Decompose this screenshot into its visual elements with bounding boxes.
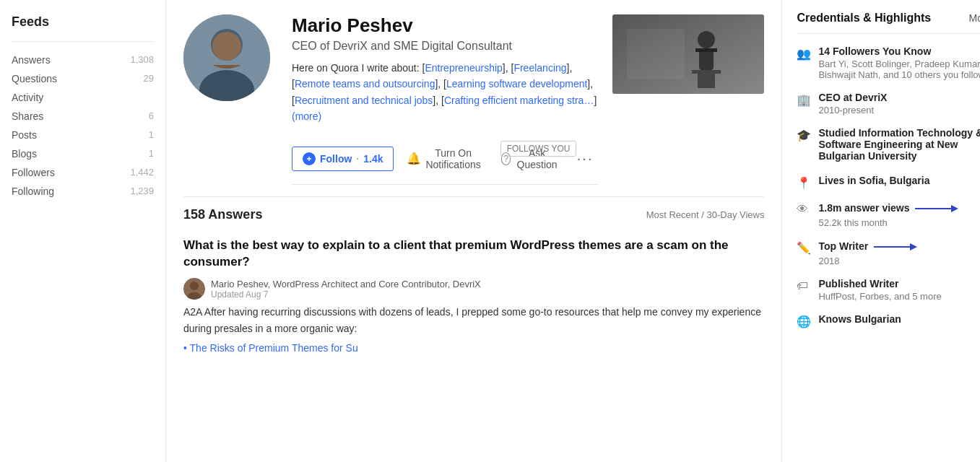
top-writer-icon: ✏️ — [797, 241, 811, 255]
credential-followers-know-sub: Bart Yi, Scott Bolinger, Pradeep Kumar, … — [818, 58, 980, 80]
feeds-title: Feeds — [12, 14, 154, 30]
answer-link[interactable]: The Risks of Premium Themes for Su — [190, 342, 358, 354]
sort-most-recent[interactable]: Most Recent — [646, 209, 699, 220]
profile-header: Mario Peshev CEO of DevriX and SME Digit… — [183, 0, 764, 197]
bio-more-link[interactable]: (more) — [292, 110, 321, 122]
sidebar-following-label: Following — [12, 186, 54, 197]
follow-icon — [303, 152, 316, 165]
author-avatar-image — [183, 278, 205, 300]
bio-link-freelancing[interactable]: Freelancing — [513, 62, 566, 74]
sort-30-day[interactable]: 30-Day Views — [706, 209, 764, 220]
answer-meta: Mario Peshev, WordPress Architect and Co… — [183, 278, 764, 300]
credential-education-content: Studied Information Technology & Softwar… — [818, 127, 980, 163]
credential-ceo: 🏢 CEO at DevriX 2010-present — [797, 92, 980, 116]
bio-link-learning[interactable]: Learning software development — [446, 78, 587, 90]
avatar — [183, 14, 270, 101]
bio-link-marketing[interactable]: Crafting efficient marketing stra… — [444, 95, 594, 106]
svg-point-8 — [698, 31, 715, 48]
education-icon: 🎓 — [797, 128, 811, 142]
sidebar-answers-count: 1,308 — [130, 54, 154, 66]
people-icon: 👥 — [797, 47, 811, 61]
bell-icon: 🔔 — [407, 152, 421, 165]
answer-body: A2A After having recurring discussions w… — [183, 304, 764, 336]
language-icon: 🌐 — [797, 315, 811, 328]
sidebar-item-following[interactable]: Following 1,239 — [12, 182, 154, 201]
sidebar-answers-label: Answers — [12, 54, 51, 66]
sidebar-activity-label: Activity — [12, 92, 43, 103]
svg-point-15 — [190, 282, 199, 290]
sidebar-shares-count: 6 — [149, 110, 154, 122]
credentials-more-link[interactable]: More — [969, 12, 980, 24]
credential-published-title: Published Writer — [818, 278, 980, 289]
credential-education-title: Studied Information Technology & Softwar… — [818, 127, 980, 162]
follow-plus-icon — [305, 155, 313, 162]
sidebar-posts-count: 1 — [149, 129, 154, 141]
avatar-image — [183, 14, 270, 101]
sidebar-item-answers[interactable]: Answers 1,308 — [12, 51, 154, 69]
more-dots-icon: ··· — [577, 150, 594, 166]
svg-rect-12 — [698, 74, 715, 88]
follow-count: 1.4k — [363, 153, 383, 165]
sidebar-item-activity[interactable]: Activity — [12, 88, 154, 107]
credential-published-content: Published Writer HuffPost, Forbes, and 5… — [818, 278, 980, 302]
svg-point-3 — [212, 32, 241, 61]
credential-language-content: Knows Bulgarian — [818, 313, 980, 326]
sidebar-followers-count: 1,442 — [130, 167, 154, 178]
bio-link-remote-teams[interactable]: Remote teams and outsourcing — [295, 78, 435, 90]
credentials-header: Credentials & Highlights More — [797, 12, 980, 34]
arrow-annotation-top-writer — [874, 240, 917, 254]
answers-header: 158 Answers Most Recent / 30-Day Views — [183, 197, 764, 230]
answer-title[interactable]: What is the best way to explain to a cli… — [183, 237, 764, 271]
answer-author-avatar — [183, 278, 205, 300]
sidebar-blogs-count: 1 — [149, 148, 154, 160]
work-icon: 🏢 — [797, 93, 811, 107]
credential-published-sub: HuffPost, Forbes, and 5 more — [818, 291, 980, 302]
profile-job-title: CEO of DevriX and SME Digital Consultant — [292, 40, 598, 53]
follows-you-badge: FOLLOWS YOU — [500, 141, 577, 157]
answer-author-name: Mario Peshev, WordPress Architect and Co… — [211, 279, 481, 289]
sidebar-item-followers[interactable]: Followers 1,442 — [12, 163, 154, 182]
credential-followers-know: 👥 14 Followers You Know Bart Yi, Scott B… — [797, 45, 980, 80]
svg-rect-13 — [627, 29, 685, 79]
notifications-label: Turn On Notifications — [425, 147, 480, 170]
credential-education: 🎓 Studied Information Technology & Softw… — [797, 127, 980, 163]
views-icon: 👁 — [797, 203, 811, 216]
credential-followers-know-content: 14 Followers You Know Bart Yi, Scott Bol… — [818, 45, 980, 80]
profile-name: Mario Peshev — [292, 14, 598, 37]
credential-top-writer: ✏️ Top Writer 2018 — [797, 240, 980, 266]
sidebar-item-shares[interactable]: Shares 6 — [12, 107, 154, 126]
action-bar: Follow · 1.4k 🔔 Turn On Notifications ? … — [292, 134, 598, 185]
sidebar-questions-label: Questions — [12, 73, 57, 84]
credential-published-writer: 🏷 Published Writer HuffPost, Forbes, and… — [797, 278, 980, 302]
credential-top-writer-content: Top Writer 2018 — [818, 240, 980, 266]
answer-date: Updated Aug 7 — [211, 289, 481, 300]
page-wrapper: Feeds Answers 1,308 Questions 29 Activit… — [0, 0, 980, 462]
avatar-wrap — [183, 14, 277, 101]
right-sidebar: Credentials & Highlights More 👥 14 Follo… — [782, 0, 980, 462]
sidebar-item-questions[interactable]: Questions 29 — [12, 69, 154, 88]
credential-ceo-sub: 2010-present — [818, 105, 980, 116]
arrow-annotation-views — [915, 201, 958, 216]
credential-top-writer-title: Top Writer — [818, 240, 980, 254]
sidebar-following-count: 1,239 — [130, 186, 154, 197]
sidebar-shares-label: Shares — [12, 110, 43, 122]
bio-link-entrepreneurship[interactable]: Entrepreneurship — [425, 62, 502, 74]
location-icon: 📍 — [797, 176, 811, 190]
follow-label: Follow — [320, 153, 352, 165]
credential-views-title: 1.8m answer views — [818, 201, 980, 216]
credentials-highlights-title: Credentials & Highlights — [797, 12, 931, 25]
sidebar-blogs-label: Blogs — [12, 148, 37, 160]
speaking-photo — [612, 14, 764, 94]
notifications-button[interactable]: 🔔 Turn On Notifications — [399, 142, 487, 175]
follow-button[interactable]: Follow · 1.4k — [292, 147, 394, 171]
svg-marker-20 — [910, 243, 917, 250]
left-sidebar: Feeds Answers 1,308 Questions 29 Activit… — [0, 0, 166, 462]
published-icon: 🏷 — [797, 279, 811, 292]
sidebar-item-posts[interactable]: Posts 1 — [12, 126, 154, 144]
answers-sort: Most Recent / 30-Day Views — [646, 209, 765, 220]
credential-location-content: Lives in Sofia, Bulgaria — [818, 175, 980, 188]
sidebar-item-blogs[interactable]: Blogs 1 — [12, 144, 154, 163]
answer-author-info: Mario Peshev, WordPress Architect and Co… — [211, 279, 481, 300]
sidebar-questions-count: 29 — [144, 73, 154, 84]
bio-link-recruitment[interactable]: Recruitment and technical jobs — [295, 95, 433, 106]
